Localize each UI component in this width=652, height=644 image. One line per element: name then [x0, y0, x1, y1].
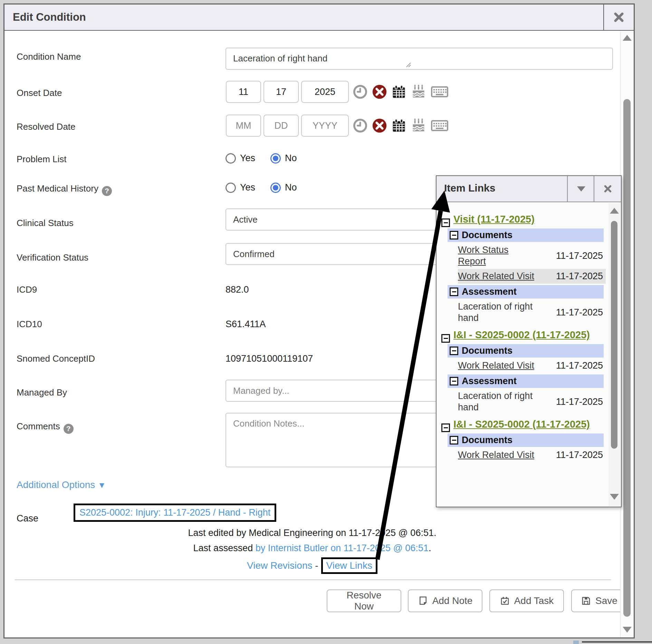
item-links-title: Item Links: [444, 182, 495, 194]
resolved-day-input[interactable]: [263, 115, 299, 137]
item-date: 11-17-2025: [556, 271, 606, 282]
birthday-icon[interactable]: [411, 118, 426, 133]
scroll-down-icon[interactable]: [623, 627, 632, 633]
item-links-collapse-button[interactable]: [567, 176, 594, 202]
snomed-value: 10971051000119107: [226, 353, 313, 364]
collapse-minus-icon[interactable]: [450, 287, 458, 296]
collapse-minus-icon[interactable]: [450, 231, 458, 240]
dialog-scrollbar[interactable]: [620, 31, 634, 637]
keyboard-icon[interactable]: [431, 84, 449, 99]
past-medical-history-label: Past Medical History?: [17, 183, 112, 196]
item-text: Laceration of right hand: [458, 390, 538, 413]
dialog-close-button[interactable]: [603, 4, 634, 30]
view-links-highlight-box: View Links: [321, 557, 377, 574]
time-icon[interactable]: [353, 84, 368, 99]
view-separator: -: [315, 560, 318, 571]
past-medical-history-radio-group: Yes No: [226, 182, 297, 193]
tree-section-header[interactable]: Assessment: [448, 285, 604, 299]
tree-section-header[interactable]: Assessment: [448, 374, 604, 388]
keyboard-icon[interactable]: [431, 118, 449, 133]
condition-name-input[interactable]: Laceration of right hand: [226, 48, 613, 70]
case-link[interactable]: S2025-0002: Injury: 11-17-2025 / Hand - …: [79, 507, 270, 518]
past-medical-history-label-text: Past Medical History: [17, 183, 98, 194]
additional-options-label: Additional Options: [17, 479, 95, 490]
collapse-minus-icon[interactable]: [441, 334, 450, 343]
save-button[interactable]: Save: [571, 589, 627, 612]
save-label: Save: [595, 595, 617, 606]
view-links-link[interactable]: View Links: [326, 560, 372, 571]
icd10-value: S61.411A: [226, 319, 266, 330]
chevron-down-icon: [577, 186, 585, 192]
collapse-minus-icon[interactable]: [441, 218, 450, 227]
section-label: Assessment: [462, 286, 517, 297]
problem-list-yes-radio[interactable]: [226, 153, 236, 164]
resolved-year-input[interactable]: [301, 115, 349, 137]
document-link[interactable]: Work Related Visit: [458, 449, 538, 461]
pmh-no-radio[interactable]: [270, 183, 281, 193]
scroll-up-icon[interactable]: [623, 35, 632, 41]
close-icon: [603, 184, 612, 193]
group-link[interactable]: Visit (11-17-2025): [453, 214, 535, 225]
help-icon[interactable]: ?: [102, 186, 112, 196]
scroll-thumb[interactable]: [623, 99, 631, 617]
resolved-date-label: Resolved Date: [17, 121, 76, 132]
edit-condition-dialog: Edit Condition Condition Name Laceration…: [3, 3, 635, 638]
comments-label: Comments?: [17, 421, 74, 434]
problem-list-yes-label: Yes: [240, 153, 255, 164]
scroll-thumb[interactable]: [611, 221, 617, 449]
save-icon: [581, 596, 591, 606]
verification-status-label: Verification Status: [17, 252, 88, 263]
collapse-minus-icon[interactable]: [450, 347, 458, 355]
tree-section-header[interactable]: Documents: [448, 344, 604, 358]
tree-section-header[interactable]: Documents: [448, 433, 604, 447]
group-link[interactable]: I&I - S2025-0002 (11-17-2025): [453, 329, 590, 340]
pmh-yes-radio[interactable]: [226, 183, 236, 193]
add-note-button[interactable]: Add Note: [408, 589, 482, 612]
collapse-minus-icon[interactable]: [450, 377, 458, 386]
scroll-down-icon[interactable]: [610, 494, 619, 500]
section-label: Documents: [462, 345, 512, 356]
clear-date-icon[interactable]: [372, 118, 387, 133]
view-revisions-link[interactable]: View Revisions: [247, 560, 312, 571]
item-links-panel: Item Links Visit (11-17-2025)DocumentsWo…: [436, 175, 622, 507]
resolved-month-input[interactable]: [226, 115, 261, 137]
calendar-icon[interactable]: [391, 84, 406, 99]
tree-item-row: Laceration of right hand11-17-2025: [458, 299, 606, 325]
onset-month-input[interactable]: [226, 81, 261, 103]
icd10-label: ICD10: [17, 319, 42, 330]
item-links-scrollbar[interactable]: [608, 203, 620, 506]
additional-options-toggle[interactable]: Additional Options ▼: [17, 479, 106, 490]
collapse-minus-icon[interactable]: [441, 423, 450, 432]
case-label: Case: [17, 513, 38, 524]
last-assessed-link[interactable]: by Internist Butler on 11-17-2025 @ 06:5…: [256, 543, 429, 553]
time-icon[interactable]: [353, 118, 368, 133]
add-task-button[interactable]: Add Task: [489, 589, 564, 612]
onset-year-input[interactable]: [301, 81, 349, 103]
pmh-no-label: No: [285, 182, 297, 193]
calendar-icon[interactable]: [391, 118, 406, 133]
birthday-icon[interactable]: [411, 84, 426, 99]
problem-list-no-radio[interactable]: [270, 153, 281, 164]
tree-section-header[interactable]: Documents: [448, 228, 604, 242]
group-link[interactable]: I&I - S2025-0002 (11-17-2025): [453, 419, 590, 430]
onset-date-icons: [353, 84, 449, 99]
resolve-now-button[interactable]: Resolve Now: [327, 589, 401, 612]
tree-item-row: Work Status Report11-17-2025: [458, 243, 606, 269]
onset-day-input[interactable]: [263, 81, 299, 103]
help-icon[interactable]: ?: [64, 424, 74, 434]
document-link[interactable]: Work Related Visit: [458, 360, 538, 371]
tree-item-row: Laceration of right hand11-17-2025: [458, 389, 606, 415]
item-links-group: I&I - S2025-0002 (11-17-2025): [441, 418, 604, 432]
snomed-label: Snomed ConceptID: [17, 353, 95, 364]
close-icon: [613, 11, 625, 23]
clear-date-icon[interactable]: [372, 84, 387, 99]
scroll-up-icon[interactable]: [610, 208, 619, 214]
document-link[interactable]: Work Status Report: [458, 244, 538, 267]
background-fragment-line: [582, 641, 652, 643]
item-date: 11-17-2025: [556, 251, 606, 261]
collapse-minus-icon[interactable]: [450, 436, 458, 445]
document-link[interactable]: Work Related Visit: [458, 271, 538, 282]
item-links-tree: Visit (11-17-2025)DocumentsWork Status R…: [437, 202, 621, 507]
dialog-body: Condition Name Laceration of right hand …: [4, 31, 634, 637]
item-links-close-button[interactable]: [594, 176, 621, 202]
